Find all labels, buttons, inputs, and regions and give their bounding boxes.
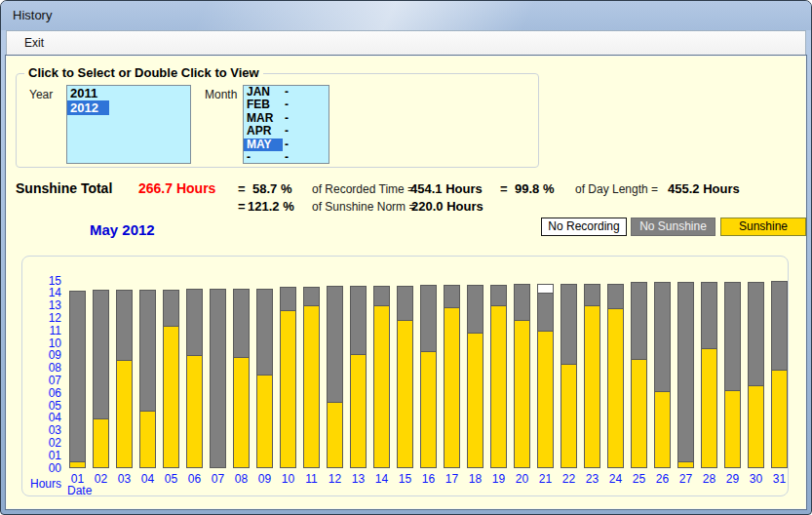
- window-title: History: [13, 8, 52, 22]
- bar-day-23: [584, 284, 600, 468]
- month-option-blank[interactable]: --: [244, 151, 329, 164]
- x-axis-tick-26: 26: [650, 472, 675, 486]
- bar-day-27: [677, 282, 694, 468]
- month-option-mar[interactable]: MAR-: [244, 112, 329, 125]
- norm-label: of Sunshine Norm =: [312, 200, 415, 214]
- bar-day-03: [116, 290, 133, 468]
- x-axis-tick-25: 25: [627, 472, 651, 486]
- menu-item-exit[interactable]: Exit: [18, 31, 51, 55]
- sunshine-segment: [281, 310, 295, 467]
- x-axis-tick-15: 15: [393, 472, 417, 486]
- x-axis-tick-14: 14: [369, 472, 394, 486]
- sunshine-segment: [608, 308, 623, 467]
- bar-day-19: [490, 285, 507, 468]
- sunshine-segment: [515, 320, 529, 467]
- x-axis-tick-09: 09: [252, 472, 277, 486]
- sunshine-segment: [749, 385, 763, 467]
- bar-day-12: [327, 286, 343, 468]
- norm-percent: 121.2 %: [248, 199, 294, 214]
- bar-day-10: [280, 287, 296, 468]
- x-axis-tick-20: 20: [510, 472, 534, 486]
- x-axis-tick-21: 21: [533, 472, 558, 486]
- sunshine-segment: [561, 364, 576, 467]
- month-option-value: -: [285, 125, 289, 138]
- equals-sign: =: [238, 181, 246, 196]
- bar-day-20: [514, 284, 530, 468]
- sunshine-segment: [445, 307, 459, 467]
- month-option-text: MAR: [244, 112, 283, 125]
- y-axis-tick-00: 00: [22, 461, 61, 475]
- bar-day-05: [163, 290, 179, 468]
- daylength-label: of Day Length =: [575, 182, 658, 196]
- bar-day-26: [654, 282, 671, 468]
- bar-day-29: [724, 282, 741, 468]
- month-option-value: -: [285, 139, 289, 151]
- daylength-value: 455.2 Hours: [668, 181, 740, 196]
- x-axis-tick-04: 04: [135, 472, 160, 486]
- sunshine-segment: [421, 351, 436, 467]
- bar-day-08: [233, 289, 250, 468]
- year-option-text: 2012: [67, 100, 109, 115]
- recorded-percent: 58.7 %: [252, 181, 291, 196]
- bar-day-09: [256, 289, 273, 468]
- x-axis-tick-13: 13: [346, 472, 370, 486]
- x-axis-tick-18: 18: [463, 472, 487, 486]
- sunshine-segment: [234, 357, 249, 467]
- x-axis-tick-22: 22: [557, 472, 581, 486]
- x-axis-tick-31: 31: [767, 472, 792, 486]
- daylength-percent: 99.8 %: [515, 181, 554, 196]
- x-axis-tick-12: 12: [323, 472, 347, 486]
- bar-day-04: [139, 290, 156, 468]
- year-listbox[interactable]: 20112012: [66, 85, 191, 164]
- sunshine-segment: [632, 359, 646, 467]
- sunshine-segment: [304, 305, 319, 467]
- bar-day-31: [771, 281, 788, 468]
- month-option-apr[interactable]: APR-: [244, 125, 329, 138]
- sunshine-total-value: 266.7 Hours: [138, 180, 215, 196]
- x-axis-tick-29: 29: [720, 472, 745, 486]
- bar-day-14: [373, 286, 390, 468]
- x-axis-tick-24: 24: [603, 472, 628, 486]
- bar-day-07: [210, 289, 226, 468]
- legend-no-recording: No Recording: [541, 218, 627, 236]
- window-titlebar[interactable]: History: [1, 1, 811, 30]
- legend-no-sunshine: No Sunshine: [631, 218, 715, 236]
- bar-day-18: [467, 285, 483, 468]
- x-axis-tick-07: 07: [206, 472, 230, 486]
- legend-sunshine: Sunshine: [720, 218, 806, 236]
- bar-day-22: [561, 284, 577, 468]
- x-axis-title: Date: [67, 484, 92, 497]
- month-listbox[interactable]: JAN-FEB-MAR-APR-MAY---: [243, 85, 329, 164]
- bar-day-21: [537, 284, 554, 468]
- year-option-2011[interactable]: 2011: [67, 86, 190, 100]
- equals-sign: =: [238, 199, 246, 214]
- bar-day-16: [420, 285, 437, 468]
- equals-sign: =: [500, 181, 508, 196]
- x-axis-tick-30: 30: [744, 472, 768, 486]
- sunshine-segment: [257, 375, 272, 467]
- menu-bar: Exit: [6, 30, 806, 56]
- month-option-text: APR: [244, 125, 283, 138]
- sunshine-segment: [538, 331, 553, 467]
- bar-day-30: [748, 282, 764, 468]
- month-option-feb[interactable]: FEB-: [244, 99, 329, 111]
- sunshine-segment: [328, 402, 342, 467]
- month-option-may[interactable]: MAY-: [244, 139, 329, 151]
- month-option-text: JAN: [244, 86, 283, 99]
- bar-day-28: [701, 282, 717, 468]
- sunshine-segment: [585, 305, 599, 467]
- bar-day-17: [444, 285, 460, 468]
- sunshine-segment: [655, 391, 670, 467]
- x-axis-tick-17: 17: [440, 472, 464, 486]
- x-axis-tick-03: 03: [112, 472, 136, 486]
- month-option-jan[interactable]: JAN-: [244, 86, 329, 99]
- groupbox-title: Click to Select or Double Click to View: [24, 65, 263, 80]
- x-axis-tick-01: 01: [65, 472, 90, 486]
- year-label: Year: [29, 88, 53, 101]
- x-axis-tick-11: 11: [299, 472, 324, 486]
- bar-day-24: [607, 284, 624, 468]
- norm-value: 220.0 Hours: [411, 199, 483, 214]
- y-axis-title: Hours: [30, 477, 61, 491]
- x-axis-tick-19: 19: [486, 472, 511, 486]
- year-option-2012[interactable]: 2012: [67, 100, 190, 115]
